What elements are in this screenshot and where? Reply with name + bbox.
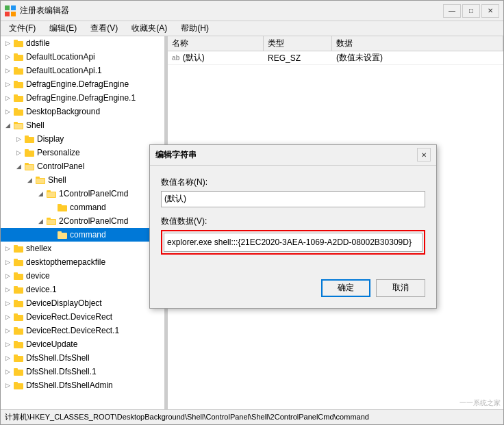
maximize-button[interactable]: □	[462, 4, 480, 18]
folder-icon	[13, 38, 24, 48]
close-button[interactable]: ✕	[481, 4, 499, 18]
name-input[interactable]	[161, 191, 425, 207]
expand-icon[interactable]: ▷	[2, 38, 13, 49]
tree-item-shellex[interactable]: ▷ shellex	[1, 242, 164, 255]
expand-icon[interactable]: ▷	[2, 366, 13, 377]
expand-icon[interactable]: ▷	[2, 92, 13, 103]
dialog-close-button[interactable]: ✕	[417, 148, 431, 162]
expand-icon[interactable]: ◢	[35, 216, 46, 227]
tree-item-shell2[interactable]: ◢ Shell	[1, 173, 164, 187]
tree-item-defragengine[interactable]: ▷ DefragEngine.DefragEngine	[1, 77, 164, 91]
folder-icon	[13, 52, 24, 62]
tree-item-controlpanel[interactable]: ◢ ControlPanel	[1, 159, 164, 173]
svg-rect-33	[58, 204, 62, 206]
expand-icon[interactable]: ▷	[2, 380, 13, 391]
folder-icon	[24, 148, 35, 157]
header-type[interactable]: 类型	[264, 36, 332, 51]
menu-edit[interactable]: 编辑(E)	[44, 21, 82, 36]
tree-item-ddsfile[interactable]: ▷ ddsfile	[1, 36, 164, 50]
tree-item-defragengine1[interactable]: ▷ DefragEngine.DefragEngine.1	[1, 91, 164, 105]
folder-icon	[13, 339, 24, 349]
tree-item-device1[interactable]: ▷ device.1	[1, 283, 164, 296]
tree-item-dfsshell-admin[interactable]: ▷ DfsShell.DfsShellAdmin	[1, 378, 164, 392]
expand-icon[interactable]: ▷	[2, 51, 13, 62]
menu-favorites[interactable]: 收藏夹(A)	[126, 21, 173, 36]
detail-row[interactable]: ab (默认) REG_SZ (数值未设置)	[168, 51, 503, 65]
expand-icon[interactable]: ▷	[2, 243, 13, 254]
tree-item-dfsshell[interactable]: ▷ DfsShell.DfsShell	[1, 351, 164, 365]
cancel-button[interactable]: 取消	[376, 279, 425, 297]
expand-icon[interactable]: ▷	[2, 311, 13, 322]
svg-rect-46	[14, 286, 18, 288]
expand-icon[interactable]: ▷	[2, 79, 13, 90]
expand-icon[interactable]: ▷	[2, 284, 13, 295]
svg-rect-3	[11, 12, 16, 16]
tree-item-shell[interactable]: ◢ Shell	[1, 118, 164, 132]
header-data[interactable]: 数据	[332, 36, 503, 51]
expand-icon[interactable]: ◢	[13, 161, 24, 172]
expand-icon[interactable]: ▷	[2, 298, 13, 309]
expand-icon[interactable]: ▷	[2, 270, 13, 281]
expand-icon[interactable]: ◢	[2, 120, 13, 131]
svg-rect-32	[58, 205, 67, 211]
svg-rect-54	[14, 341, 18, 343]
svg-rect-58	[14, 368, 18, 370]
expand-icon[interactable]: ▷	[2, 65, 13, 76]
data-input[interactable]	[164, 233, 423, 252]
cell-name-text: (默认)	[183, 52, 205, 64]
tree-item-1controlpanelcmd[interactable]: ◢ 1ControlPanelCmd	[1, 187, 164, 201]
tree-label: DeviceDisplayObject	[26, 298, 102, 308]
svg-rect-43	[14, 274, 23, 280]
expand-icon[interactable]: ◢	[24, 175, 35, 185]
tree-item-devicedisplayobject[interactable]: ▷ DeviceDisplayObject	[1, 296, 164, 310]
expand-icon[interactable]: ▷	[2, 257, 13, 268]
tree-item-devicerect[interactable]: ▷ DeviceRect.DeviceRect	[1, 310, 164, 324]
expand-icon[interactable]: ◢	[35, 188, 46, 199]
menu-help[interactable]: 帮助(H)	[175, 21, 214, 36]
menu-view[interactable]: 查看(V)	[85, 21, 123, 36]
minimize-button[interactable]: —	[443, 4, 461, 18]
menu-file[interactable]: 文件(F)	[3, 21, 41, 36]
tree-item-defaultlocationapi1[interactable]: ▷ DefaultLocationApi.1	[1, 64, 164, 77]
tree-item-desktopbackground[interactable]: ▷ DesktopBackground	[1, 105, 164, 118]
status-text: 计算机\HKEY_CLASSES_ROOT\DesktopBackground\…	[5, 412, 369, 422]
tree-item-device[interactable]: ▷ device	[1, 269, 164, 283]
folder-open-icon	[46, 216, 57, 226]
tree-label: command	[70, 203, 106, 212]
name-form-group: 数值名称(N):	[161, 177, 425, 207]
tree-label: Personalize	[37, 148, 80, 157]
svg-rect-48	[14, 300, 18, 302]
expand-icon[interactable]: ▷	[2, 339, 13, 350]
svg-rect-35	[47, 218, 51, 220]
svg-rect-42	[14, 259, 18, 261]
tree-item-2controlpanelcmd[interactable]: ◢ 2ControlPanelCmd	[1, 214, 164, 228]
svg-rect-24	[25, 163, 29, 165]
tree-item-deviceupdate[interactable]: ▷ DeviceUpdate	[1, 337, 164, 351]
svg-rect-20	[25, 136, 29, 138]
expand-icon[interactable]: ▷	[2, 325, 13, 336]
header-name[interactable]: 名称	[168, 36, 264, 51]
tree-pane[interactable]: ▷ ddsfile ▷ DefaultLocationApi ▷	[1, 36, 165, 409]
tree-item-command1[interactable]: ▷ command	[1, 201, 164, 214]
tree-item-display[interactable]: ▷ Display	[1, 132, 164, 146]
tree-label: command	[70, 230, 106, 240]
expand-icon[interactable]: ▷	[13, 133, 24, 144]
tree-item-desktopthemepackfile[interactable]: ▷ desktopthemepackfile	[1, 255, 164, 269]
data-label: 数值数据(V):	[161, 216, 425, 227]
tree-item-dfsshell1[interactable]: ▷ DfsShell.DfsShell.1	[1, 365, 164, 378]
tree-item-devicerect1[interactable]: ▷ DeviceRect.DeviceRect.1	[1, 324, 164, 337]
svg-rect-0	[5, 5, 10, 10]
svg-rect-41	[14, 260, 23, 266]
ok-button[interactable]: 确定	[321, 279, 370, 297]
expand-icon[interactable]: ▷	[13, 147, 24, 158]
tree-item-personalize[interactable]: ▷ Personalize	[1, 146, 164, 159]
folder-open-icon	[35, 175, 46, 185]
tree-item-defaultlocationapi[interactable]: ▷ DefaultLocationApi	[1, 50, 164, 64]
svg-rect-37	[58, 233, 67, 239]
svg-rect-27	[36, 177, 40, 179]
expand-icon[interactable]: ▷	[2, 352, 13, 363]
tree-item-command2[interactable]: ▷ command	[1, 228, 164, 242]
tree-label: DesktopBackground	[26, 107, 100, 116]
expand-icon[interactable]: ▷	[2, 106, 13, 117]
svg-rect-45	[14, 287, 23, 294]
